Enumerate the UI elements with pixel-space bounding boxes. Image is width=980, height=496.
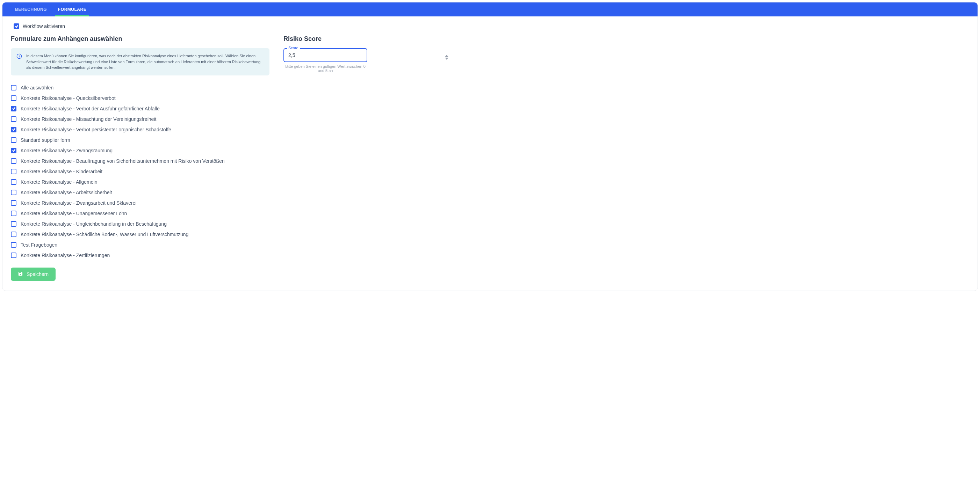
page-container: BERECHNUNG FORMULARE Workflow aktivieren… <box>2 2 978 291</box>
form-item-checkbox[interactable] <box>11 211 16 216</box>
form-item-label: Konkrete Risikoanalyse - Quecksilberverb… <box>21 95 116 101</box>
form-item-checkbox[interactable] <box>11 137 16 143</box>
form-item-label: Konkrete Risikoanalyse - Ungleichbehandl… <box>21 221 167 227</box>
form-item-label: Konkrete Risikoanalyse - Arbeitssicherhe… <box>21 190 112 195</box>
form-item-checkbox[interactable] <box>11 116 16 122</box>
form-item-label: Standard supplier form <box>21 137 70 143</box>
form-item-checkbox[interactable] <box>11 231 16 237</box>
form-item-label: Konkrete Risikoanalyse - Missachtung der… <box>21 116 156 122</box>
info-icon <box>16 54 22 59</box>
form-item: Alle auswählen <box>11 82 269 93</box>
form-item-checkbox[interactable] <box>11 127 16 132</box>
form-item-checkbox[interactable] <box>11 158 16 164</box>
score-input[interactable] <box>283 48 368 62</box>
form-item: Konkrete Risikoanalyse - Kinderarbeit <box>11 166 269 177</box>
save-button[interactable]: Speichern <box>11 268 56 281</box>
form-item: Konkrete Risikoanalyse - Ungleichbehandl… <box>11 219 269 229</box>
workflow-activate-row: Workflow aktivieren <box>11 24 969 29</box>
form-item-label: Konkrete Risikoanalyse - Zwangsarbeit un… <box>21 200 137 206</box>
info-text: In diesem Menü können Sie konfigurieren,… <box>26 53 264 71</box>
form-item-checkbox[interactable] <box>11 148 16 153</box>
tab-bar: BERECHNUNG FORMULARE <box>2 2 978 16</box>
columns-wrapper: Formulare zum Anhängen auswählen In dies… <box>11 35 969 281</box>
form-item: Konkrete Risikoanalyse - Quecksilberverb… <box>11 93 269 103</box>
content-area: Workflow aktivieren Formulare zum Anhäng… <box>2 16 978 291</box>
workflow-activate-label: Workflow aktivieren <box>23 24 65 29</box>
form-item-checkbox[interactable] <box>11 106 16 111</box>
forms-section-title: Formulare zum Anhängen auswählen <box>11 35 269 43</box>
form-item: Konkrete Risikoanalyse - Schädliche Bode… <box>11 229 269 239</box>
forms-column: Formulare zum Anhängen auswählen In dies… <box>11 35 269 281</box>
score-field: Score <box>283 48 451 62</box>
form-item: Konkrete Risikoanalyse - Arbeitssicherhe… <box>11 187 269 198</box>
score-stepper <box>445 52 449 58</box>
form-item-checkbox[interactable] <box>11 85 16 90</box>
score-field-label: Score <box>287 46 300 50</box>
tab-formulare[interactable]: FORMULARE <box>52 2 92 16</box>
form-item-label: Konkrete Risikoanalyse - Beauftragung vo… <box>21 158 225 164</box>
form-item-checkbox[interactable] <box>11 179 16 185</box>
form-item-checkbox[interactable] <box>11 95 16 101</box>
form-item: Konkrete Risikoanalyse - Beauftragung vo… <box>11 156 269 166</box>
score-column: Risiko Score Score Bitte geben Sie einen… <box>283 35 451 73</box>
form-item: Konkrete Risikoanalyse - Verbot persiste… <box>11 124 269 135</box>
form-item-label: Konkrete Risikoanalyse - Verbot der Ausf… <box>21 106 160 111</box>
form-item-checkbox[interactable] <box>11 252 16 258</box>
form-item-checkbox[interactable] <box>11 242 16 248</box>
workflow-activate-checkbox[interactable] <box>14 24 19 29</box>
form-item-label: Konkrete Risikoanalyse - Unangemessener … <box>21 211 127 216</box>
form-item-checkbox[interactable] <box>11 221 16 227</box>
form-item: Konkrete Risikoanalyse - Zwangsräumung <box>11 145 269 156</box>
score-step-down[interactable] <box>445 55 449 58</box>
form-item: Test Fragebogen <box>11 239 269 250</box>
form-item-label: Alle auswählen <box>21 85 54 90</box>
form-item: Konkrete Risikoanalyse - Zertifizierunge… <box>11 250 269 261</box>
form-item-checkbox[interactable] <box>11 169 16 174</box>
form-item: Konkrete Risikoanalyse - Zwangsarbeit un… <box>11 198 269 208</box>
form-item-checkbox[interactable] <box>11 190 16 195</box>
form-item: Standard supplier form <box>11 135 269 145</box>
form-item: Konkrete Risikoanalyse - Verbot der Ausf… <box>11 103 269 114</box>
form-item: Konkrete Risikoanalyse - Missachtung der… <box>11 114 269 124</box>
info-box: In diesem Menü können Sie konfigurieren,… <box>11 48 269 76</box>
score-section-title: Risiko Score <box>283 35 451 43</box>
form-item-label: Konkrete Risikoanalyse - Schädliche Bode… <box>21 231 188 237</box>
form-item-label: Konkrete Risikoanalyse - Verbot persiste… <box>21 127 171 132</box>
form-item-label: Konkrete Risikoanalyse - Zertifizierunge… <box>21 252 110 258</box>
form-item-label: Konkrete Risikoanalyse - Zwangsräumung <box>21 148 113 153</box>
form-item-label: Konkrete Risikoanalyse - Allgemein <box>21 179 97 185</box>
form-item: Konkrete Risikoanalyse - Allgemein <box>11 177 269 187</box>
save-icon <box>18 271 23 277</box>
form-item-label: Konkrete Risikoanalyse - Kinderarbeit <box>21 169 102 174</box>
form-item: Konkrete Risikoanalyse - Unangemessener … <box>11 208 269 219</box>
save-button-label: Speichern <box>27 271 49 277</box>
tab-berechnung[interactable]: BERECHNUNG <box>10 2 52 16</box>
form-item-checkbox[interactable] <box>11 200 16 206</box>
score-step-up[interactable] <box>445 52 449 55</box>
score-hint: Bitte geben Sie einen gültigen Wert zwis… <box>283 64 368 73</box>
form-list: Alle auswählenKonkrete Risikoanalyse - Q… <box>11 82 269 261</box>
form-item-label: Test Fragebogen <box>21 242 57 248</box>
